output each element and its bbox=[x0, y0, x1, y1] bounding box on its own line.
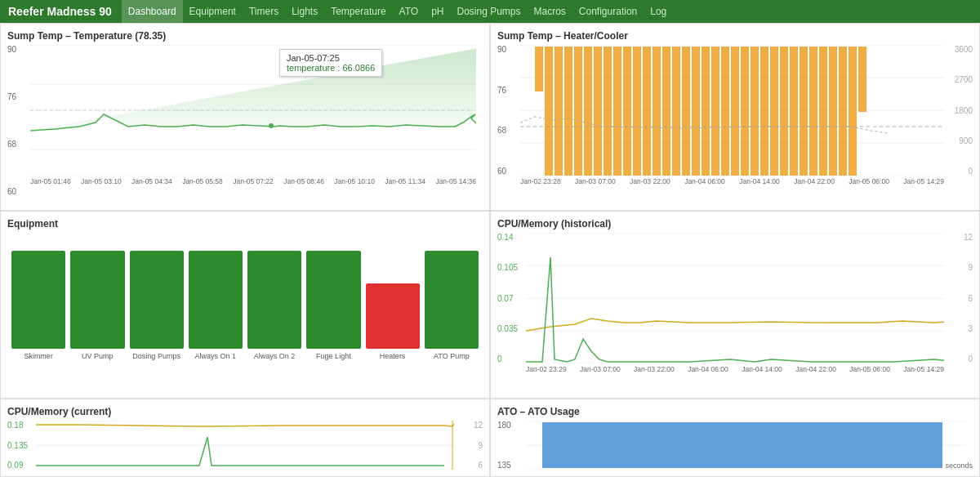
heaters-bar bbox=[366, 283, 420, 349]
svg-rect-28 bbox=[702, 47, 710, 176]
equipment-uv-pump[interactable]: UV Pump bbox=[70, 251, 124, 360]
nav-log[interactable]: Log bbox=[644, 0, 673, 23]
fuge-light-label: Fuge Light bbox=[316, 352, 351, 360]
equipment-ato-pump[interactable]: ATO Pump bbox=[425, 251, 479, 360]
svg-rect-21 bbox=[633, 47, 641, 176]
svg-rect-14 bbox=[564, 47, 572, 176]
equipment-skimmer[interactable]: Skimmer bbox=[11, 251, 65, 360]
svg-rect-32 bbox=[741, 47, 749, 176]
uv-pump-bar bbox=[70, 251, 124, 349]
equipment-panel: Equipment Skimmer UV Pump Dosing Pumps A… bbox=[0, 211, 490, 399]
svg-rect-44 bbox=[858, 47, 866, 112]
x-label-5: Jan-05 08:46 bbox=[283, 177, 324, 185]
cpu-historical-chart bbox=[526, 233, 944, 363]
svg-rect-42 bbox=[839, 47, 847, 176]
app-title: Reefer Madness 90 bbox=[8, 5, 112, 18]
cpu-current-chart bbox=[36, 421, 454, 470]
y-label-68: 68 bbox=[7, 140, 16, 149]
svg-rect-20 bbox=[623, 47, 631, 176]
svg-rect-23 bbox=[653, 47, 661, 176]
y-label-60: 60 bbox=[7, 187, 16, 196]
equipment-fuge-light[interactable]: Fuge Light bbox=[306, 251, 360, 360]
heater-chart bbox=[520, 45, 944, 176]
nav-lights[interactable]: Lights bbox=[285, 0, 324, 23]
dosing-pumps-bar bbox=[130, 251, 184, 349]
skimmer-label: Skimmer bbox=[24, 352, 53, 360]
nav-ph[interactable]: pH bbox=[425, 0, 450, 23]
cpu-current-title: CPU/Memory (current) bbox=[7, 406, 483, 417]
svg-rect-38 bbox=[800, 47, 808, 176]
equipment-bars: Skimmer UV Pump Dosing Pumps Always On 1… bbox=[7, 234, 483, 360]
x-label-4: Jan-05 07:22 bbox=[233, 177, 274, 185]
always-on-1-label: Always On 1 bbox=[195, 352, 237, 360]
svg-rect-31 bbox=[731, 47, 739, 176]
svg-rect-40 bbox=[819, 47, 827, 176]
x-label-2: Jan-05 04:34 bbox=[131, 177, 172, 185]
svg-rect-22 bbox=[643, 47, 651, 176]
nav-configuration[interactable]: Configuration bbox=[572, 0, 644, 23]
equipment-always-on-2[interactable]: Always On 2 bbox=[247, 251, 301, 360]
heater-cooler-title: Sump Temp – Heater/Cooler bbox=[497, 30, 973, 42]
svg-rect-18 bbox=[604, 47, 612, 176]
svg-rect-35 bbox=[770, 47, 778, 176]
equipment-dosing-pumps[interactable]: Dosing Pumps bbox=[130, 251, 184, 360]
nav-dashboard[interactable]: Dashboard bbox=[122, 0, 183, 23]
svg-rect-13 bbox=[555, 47, 563, 176]
svg-rect-17 bbox=[594, 47, 602, 176]
temp-tooltip: Jan-05-07:25 temperature : 66.0866 bbox=[279, 49, 382, 77]
ato-title: ATO – ATO Usage bbox=[497, 406, 973, 417]
y-label-76: 76 bbox=[7, 92, 16, 101]
svg-rect-58 bbox=[542, 422, 942, 468]
sump-temp-title: Sump Temp – Temperature (78.35) bbox=[7, 30, 483, 42]
svg-rect-34 bbox=[760, 47, 768, 176]
tooltip-date: Jan-05-07:25 bbox=[287, 53, 375, 63]
nav-dosing-pumps[interactable]: Dosing Pumps bbox=[450, 0, 527, 23]
fuge-light-bar bbox=[306, 251, 360, 349]
tooltip-value: temperature : 66.0866 bbox=[287, 63, 375, 73]
heaters-label: Heaters bbox=[380, 352, 406, 360]
svg-rect-16 bbox=[584, 47, 592, 176]
svg-rect-43 bbox=[849, 47, 857, 176]
svg-rect-11 bbox=[535, 47, 543, 91]
x-label-3: Jan-05 05:58 bbox=[182, 177, 223, 185]
heater-cooler-panel: Sump Temp – Heater/Cooler 90 76 68 60 36… bbox=[490, 23, 980, 211]
cpu-historical-panel: CPU/Memory (historical) 0.14 0.105 0.07 … bbox=[490, 211, 980, 399]
svg-rect-41 bbox=[829, 47, 837, 176]
ato-panel: ATO – ATO Usage 180 135 seconds bbox=[490, 399, 980, 477]
nav-macros[interactable]: Macros bbox=[528, 0, 572, 23]
svg-rect-26 bbox=[682, 47, 690, 176]
svg-rect-37 bbox=[790, 47, 798, 176]
uv-pump-label: UV Pump bbox=[82, 352, 114, 360]
dosing-pumps-label: Dosing Pumps bbox=[132, 352, 180, 360]
main-content: Sump Temp – Temperature (78.35) 90 76 68… bbox=[0, 23, 980, 477]
equipment-heaters[interactable]: Heaters bbox=[366, 251, 420, 360]
svg-rect-12 bbox=[545, 47, 553, 176]
x-label-0: Jan-05 01:46 bbox=[30, 177, 71, 185]
svg-rect-30 bbox=[721, 47, 729, 176]
equipment-always-on-1[interactable]: Always On 1 bbox=[189, 251, 243, 360]
nav-temperature[interactable]: Temperature bbox=[324, 0, 392, 23]
cpu-historical-title: CPU/Memory (historical) bbox=[497, 218, 973, 230]
svg-rect-39 bbox=[809, 47, 817, 176]
nav-ato[interactable]: ATO bbox=[393, 0, 425, 23]
svg-rect-24 bbox=[662, 47, 670, 176]
nav-timers[interactable]: Timers bbox=[243, 0, 285, 23]
temp-tooltip-dot bbox=[269, 123, 274, 128]
svg-rect-29 bbox=[711, 47, 719, 176]
ato-pump-bar bbox=[425, 251, 479, 349]
skimmer-bar bbox=[11, 251, 65, 349]
ato-chart bbox=[526, 421, 966, 470]
svg-rect-25 bbox=[672, 47, 680, 176]
navigation-bar: Reefer Madness 90 Dashboard Equipment Ti… bbox=[0, 0, 980, 23]
sump-temp-chart bbox=[30, 45, 476, 176]
x-label-8: Jan-05 14:36 bbox=[435, 177, 476, 185]
sump-temp-panel: Sump Temp – Temperature (78.35) 90 76 68… bbox=[0, 23, 490, 211]
x-label-7: Jan-05 11:34 bbox=[385, 177, 425, 185]
svg-rect-15 bbox=[574, 47, 582, 176]
svg-rect-19 bbox=[613, 47, 621, 176]
always-on-2-label: Always On 2 bbox=[254, 352, 296, 360]
nav-equipment[interactable]: Equipment bbox=[183, 0, 243, 23]
always-on-2-bar bbox=[247, 251, 301, 349]
y-label-90: 90 bbox=[7, 45, 16, 54]
ato-pump-label: ATO Pump bbox=[434, 352, 470, 360]
